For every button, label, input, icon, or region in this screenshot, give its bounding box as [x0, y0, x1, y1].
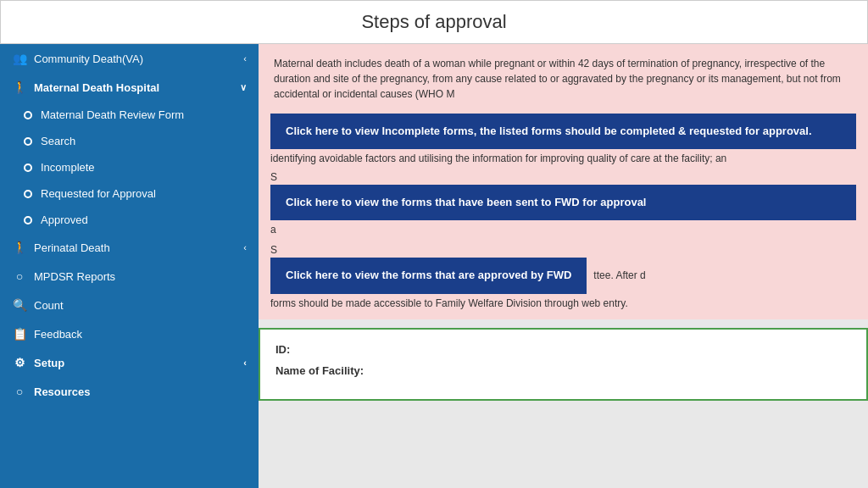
- circle-icon-requested: [24, 190, 32, 198]
- incomplete-tooltip[interactable]: Click here to view Incomplete forms, the…: [270, 114, 856, 149]
- info-letter-a: a: [259, 222, 868, 237]
- community-death-icon: 👥: [12, 52, 27, 65]
- setup-arrow: ‹: [243, 358, 247, 368]
- approved-tooltip-row: S Click here to view the forms that are …: [259, 241, 868, 319]
- info-box-top: Maternal death includes death of a woman…: [259, 44, 868, 114]
- perinatal-death-icon: 🚶: [12, 241, 27, 254]
- approved-label: Approved: [41, 214, 88, 226]
- setup-icon: ⚙: [12, 356, 27, 369]
- committee-text: ttee. After d: [587, 269, 645, 281]
- maternal-death-review-form-label: Maternal Death Review Form: [41, 108, 184, 121]
- info-letter-s2: S: [259, 244, 868, 258]
- setup-label: Setup: [34, 357, 243, 369]
- maternal-death-hospital-icon: 🚶: [12, 80, 27, 94]
- perinatal-death-label: Perinatal Death: [34, 241, 243, 254]
- form-section: ID: Name of Facility:: [259, 328, 868, 401]
- info-text-6: forms should be made accessible to Famil…: [259, 294, 868, 316]
- circle-icon: [24, 111, 32, 119]
- incomplete-tooltip-text: Click here to view Incomplete forms, the…: [286, 125, 812, 137]
- page-header: Steps of approval: [0, 0, 868, 44]
- count-icon: 🔍: [12, 298, 27, 312]
- sidebar-item-perinatal-death[interactable]: 🚶 Perinatal Death ‹: [0, 233, 259, 262]
- info-letter-s1: S: [270, 171, 277, 183]
- id-label: ID:: [275, 343, 290, 356]
- content-info-section: Maternal death includes death of a woman…: [259, 44, 868, 319]
- facility-label: Name of Facility:: [275, 364, 364, 377]
- sidebar-item-resources[interactable]: ○ Resources: [0, 377, 259, 406]
- mpdsr-reports-label: MPDSR Reports: [34, 270, 247, 283]
- info-text-1: Maternal death includes death of a woman…: [274, 58, 841, 100]
- sidebar: 👥 Community Death(VA) ‹ 🚶 Maternal Death…: [0, 44, 259, 488]
- count-label: Count: [34, 299, 247, 312]
- content-area: Maternal death includes death of a woman…: [259, 44, 868, 488]
- main-layout: 👥 Community Death(VA) ‹ 🚶 Maternal Death…: [0, 44, 868, 488]
- sidebar-item-feedback[interactable]: 📋 Feedback: [0, 319, 259, 348]
- maternal-death-hospital-arrow: ∨: [240, 82, 247, 93]
- perinatal-death-arrow: ‹: [243, 242, 247, 252]
- requested-for-approval-label: Requested for Approval: [41, 187, 156, 200]
- sidebar-item-count[interactable]: 🔍 Count: [0, 291, 259, 319]
- maternal-death-submenu: Maternal Death Review Form Search Incomp…: [0, 102, 259, 233]
- sidebar-item-requested-for-approval[interactable]: Requested for Approval: [0, 180, 259, 207]
- feedback-label: Feedback: [34, 328, 247, 341]
- resources-icon: ○: [12, 385, 27, 398]
- sidebar-item-search[interactable]: Search: [0, 128, 259, 154]
- feedback-icon: 📋: [12, 327, 27, 341]
- sidebar-item-community-death[interactable]: 👥 Community Death(VA) ‹: [0, 44, 259, 73]
- facility-field: Name of Facility:: [275, 364, 851, 377]
- requested-tooltip-row: S Click here to view the forms that have…: [259, 168, 868, 241]
- approved-tooltip[interactable]: Click here to view the forms that are ap…: [270, 258, 587, 293]
- mpdsr-icon: ○: [12, 269, 27, 283]
- resources-label: Resources: [34, 385, 247, 398]
- sidebar-item-approved[interactable]: Approved: [0, 207, 259, 233]
- info-text-2: identifying avoidable factors and utilis…: [259, 149, 868, 164]
- approved-tooltip-text: Click here to view the forms that are ap…: [286, 269, 571, 281]
- sidebar-item-maternal-death-hospital[interactable]: 🚶 Maternal Death Hospital ∨: [0, 73, 259, 102]
- requested-tooltip-text: Click here to view the forms that have b…: [286, 196, 646, 208]
- incomplete-label: Incomplete: [41, 161, 95, 174]
- incomplete-tooltip-row: Click here to view Incomplete forms, the…: [259, 114, 868, 168]
- sidebar-item-incomplete[interactable]: Incomplete: [0, 154, 259, 180]
- sidebar-item-maternal-death-review-form[interactable]: Maternal Death Review Form: [0, 102, 259, 128]
- page-title: Steps of approval: [361, 11, 506, 32]
- requested-tooltip[interactable]: Click here to view the forms that have b…: [270, 185, 856, 220]
- sidebar-item-community-death-label: Community Death(VA): [34, 53, 243, 65]
- circle-icon-incomplete: [24, 164, 32, 172]
- sidebar-item-setup[interactable]: ⚙ Setup ‹: [0, 348, 259, 377]
- circle-icon-approved: [24, 216, 32, 225]
- circle-icon-search: [24, 137, 32, 146]
- id-field: ID:: [275, 343, 851, 356]
- community-death-arrow: ‹: [243, 53, 247, 64]
- sidebar-item-maternal-death-hospital-label: Maternal Death Hospital: [34, 81, 240, 94]
- search-label: Search: [41, 135, 75, 147]
- sidebar-item-mpdsr-reports[interactable]: ○ MPDSR Reports: [0, 262, 259, 291]
